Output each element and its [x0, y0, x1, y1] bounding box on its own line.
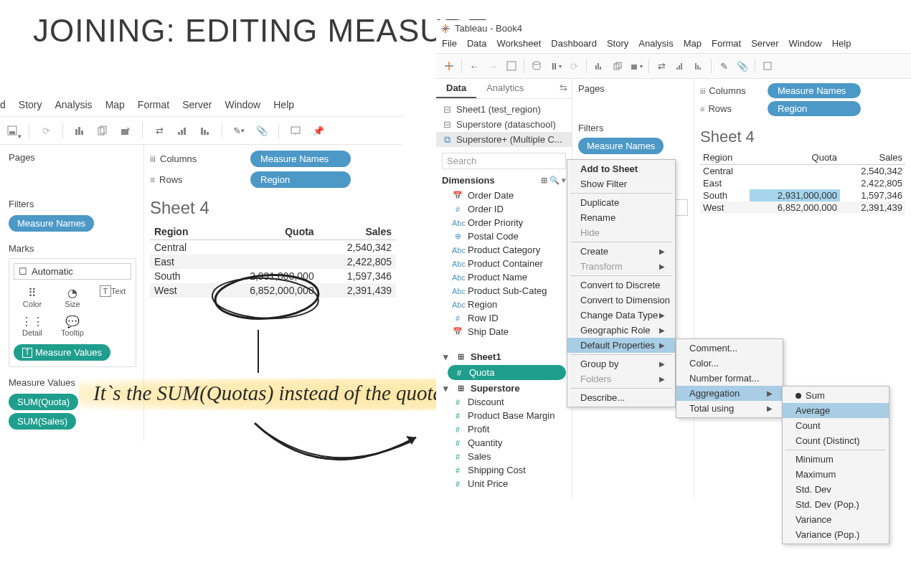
- refresh-icon[interactable]: ⟳: [37, 122, 55, 139]
- sort-asc-icon[interactable]: [173, 122, 192, 139]
- col-header[interactable]: Region: [700, 151, 750, 165]
- field-item[interactable]: #Product Base Margin: [436, 409, 572, 422]
- menu-item[interactable]: Server: [751, 38, 778, 49]
- mv-item[interactable]: SUM(Sales): [9, 413, 76, 430]
- fit-icon[interactable]: [759, 58, 776, 74]
- new-datasource-icon[interactable]: [528, 58, 545, 74]
- menu-item[interactable]: Server: [182, 99, 212, 110]
- menu-item[interactable]: Std. Dev (Pop.): [783, 497, 889, 512]
- field-item[interactable]: #Quantity: [436, 436, 572, 450]
- pin-icon[interactable]: 📌: [309, 122, 328, 139]
- search-input[interactable]: Search: [442, 153, 566, 169]
- menu-item[interactable]: Maximum: [783, 467, 889, 482]
- menu-item[interactable]: Rename: [567, 210, 675, 225]
- field-item[interactable]: 📅Order Date: [436, 189, 572, 202]
- col-header[interactable]: Quota: [212, 224, 318, 240]
- marks-text[interactable]: TText: [94, 284, 131, 310]
- col-header[interactable]: Region: [150, 224, 212, 240]
- forward-icon[interactable]: →: [484, 58, 501, 74]
- cell-quota[interactable]: 6,852,000,000: [212, 283, 318, 298]
- col-header[interactable]: Sales: [318, 224, 396, 240]
- new-worksheet-icon[interactable]: [70, 122, 89, 139]
- menu-item[interactable]: Default Properties▶: [567, 338, 675, 353]
- menu-item[interactable]: Format: [712, 38, 741, 49]
- menu-item[interactable]: Std. Dev: [783, 482, 889, 497]
- save-icon[interactable]: ▾: [3, 122, 22, 139]
- marks-tooltip[interactable]: 💬Tooltip: [54, 313, 91, 338]
- marks-detail[interactable]: ⋮⋮Detail: [14, 313, 51, 338]
- menu-item[interactable]: Help: [273, 99, 294, 110]
- menu-item[interactable]: Window: [788, 38, 821, 49]
- cell-region[interactable]: South: [150, 269, 212, 283]
- menu-item[interactable]: Folders▶: [567, 371, 675, 387]
- menu-item[interactable]: Color...: [676, 356, 783, 371]
- data-tab[interactable]: Data: [436, 79, 476, 98]
- menu-item[interactable]: Transform▶: [567, 259, 675, 274]
- field-item[interactable]: #Discount: [436, 395, 572, 409]
- cell-region[interactable]: East: [700, 177, 750, 189]
- tableau-logo-icon[interactable]: [440, 58, 458, 74]
- group-sheet1[interactable]: ▾⊞Sheet1: [436, 350, 572, 364]
- menu-item[interactable]: Geographic Role▶: [567, 323, 675, 338]
- menu-item[interactable]: Map: [105, 99, 125, 110]
- sort-desc-icon[interactable]: [196, 122, 214, 139]
- duplicate-icon[interactable]: [93, 122, 112, 139]
- attach-icon[interactable]: 📎: [252, 122, 271, 139]
- swap-icon[interactable]: ⇄: [653, 58, 670, 74]
- field-item[interactable]: 📅Ship Date: [436, 325, 572, 338]
- refresh-icon[interactable]: ⟳: [565, 58, 582, 74]
- field-item[interactable]: AbcProduct Container: [436, 257, 572, 270]
- cell-quota[interactable]: [212, 240, 318, 255]
- cell-region[interactable]: West: [150, 283, 212, 298]
- marks-size[interactable]: ◔Size: [54, 284, 91, 310]
- menu-item[interactable]: Show Filter: [567, 176, 675, 191]
- menu-item[interactable]: Count (Distinct): [783, 433, 889, 448]
- highlight-icon[interactable]: ✎▾: [230, 122, 248, 139]
- menu-item[interactable]: Variance (Pop.): [783, 527, 889, 542]
- menu-item[interactable]: Story: [607, 38, 628, 49]
- highlight-icon[interactable]: ✎: [715, 58, 732, 74]
- menu-item[interactable]: Hide: [567, 225, 675, 240]
- cell-sales[interactable]: 2,540,342: [318, 240, 396, 255]
- menu-item[interactable]: Help: [832, 38, 851, 49]
- menu-item[interactable]: Convert to Dimension: [567, 293, 675, 308]
- save-icon[interactable]: [503, 58, 520, 74]
- menu-item[interactable]: Format: [138, 99, 169, 110]
- rows-pill[interactable]: Region: [250, 171, 351, 188]
- cell-sales[interactable]: 2,391,439: [318, 283, 396, 298]
- columns-pill[interactable]: Measure Names: [250, 151, 351, 167]
- cell-region[interactable]: East: [150, 255, 212, 269]
- menu-item[interactable]: Number format...: [676, 371, 783, 386]
- filter-pill[interactable]: Measure Names: [578, 138, 664, 154]
- menu-item[interactable]: Duplicate: [567, 195, 675, 210]
- view-toggle-icon[interactable]: ⊞ 🔍 ▾: [541, 176, 566, 185]
- cell-sales[interactable]: 2,422,805: [318, 255, 396, 269]
- menu-item[interactable]: Sum: [783, 388, 889, 403]
- field-item[interactable]: #Shipping Cost: [436, 463, 572, 477]
- menu-item[interactable]: Story: [19, 99, 42, 110]
- menu-item[interactable]: Aggregation▶: [676, 386, 783, 401]
- group-superstore[interactable]: ▾⊞Superstore: [436, 381, 572, 395]
- caret-icon[interactable]: ⇆: [534, 79, 572, 98]
- menu-item[interactable]: Convert to Discrete: [567, 278, 675, 293]
- col-header[interactable]: Quota: [750, 151, 840, 165]
- menu-item[interactable]: Map: [684, 38, 702, 49]
- menu-item[interactable]: Create▶: [567, 244, 675, 259]
- col-header[interactable]: Sales: [840, 151, 905, 165]
- cell-quota[interactable]: [212, 255, 318, 269]
- pause-icon[interactable]: ⏸▾: [547, 58, 564, 74]
- field-item[interactable]: AbcProduct Category: [436, 243, 572, 257]
- measure-values-pill[interactable]: TMeasure Values: [14, 344, 110, 361]
- field-item[interactable]: #Profit: [436, 422, 572, 436]
- field-item[interactable]: #Order ID: [436, 202, 572, 216]
- duplicate-icon[interactable]: [609, 58, 626, 74]
- clear-icon[interactable]: ▾: [628, 58, 645, 74]
- menu-item[interactable]: Minimum: [783, 452, 889, 467]
- menu-item[interactable]: File: [442, 38, 457, 49]
- analytics-tab[interactable]: Analytics: [476, 79, 534, 98]
- datasource-item[interactable]: ⊟Sheet1 (test_region): [436, 102, 572, 117]
- field-item[interactable]: #Row ID: [436, 311, 572, 325]
- menu-item[interactable]: Change Data Type▶: [567, 308, 675, 323]
- filter-pill[interactable]: Measure Names: [9, 215, 94, 232]
- menu-item[interactable]: Comment...: [676, 341, 783, 356]
